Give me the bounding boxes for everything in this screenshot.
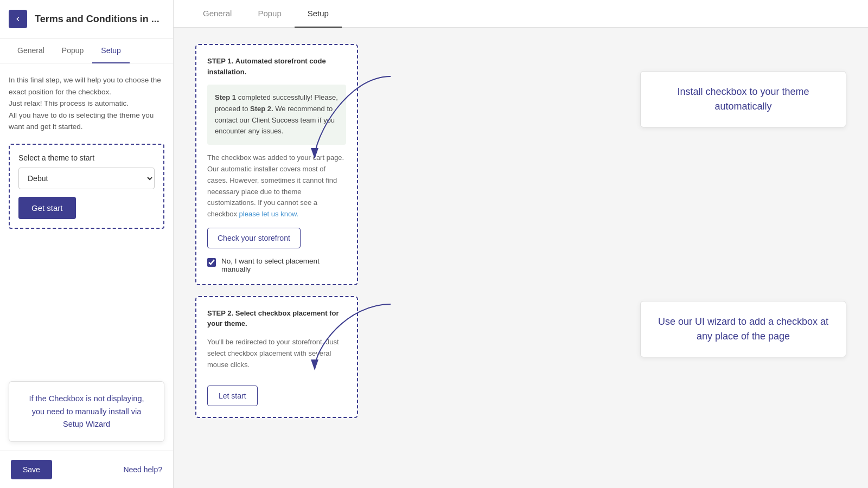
theme-select-box: Select a theme to start Debut Get start [9,144,164,229]
callout-right-1: Install checkbox to your theme automatic… [640,71,846,127]
sidebar-tabs: General Popup Setup [0,38,173,63]
step2-card: STEP 2. Select checkbox placement for yo… [195,296,358,418]
main-tab-general[interactable]: General [190,0,245,28]
callouts-column: Install checkbox to your theme automatic… [391,44,846,472]
step2-heading-prefix: STEP 2. [207,309,233,317]
step1-success-bold1: Step 1 [215,93,236,101]
manual-placement-row: No, I want to select placement manually [207,257,346,273]
please-let-us-know-link[interactable]: please let us know. [239,210,299,218]
callout-right-1-text: Install checkbox to your theme automatic… [657,85,829,114]
step1-body-text: The checkbox was added to your cart page… [207,152,346,220]
main-tabs: General Popup Setup [174,0,868,28]
main-tab-popup[interactable]: Popup [245,0,294,28]
callout-right-2-text: Use our UI wizard to add a checkbox at a… [657,314,829,344]
need-help-link[interactable]: Need help? [123,465,162,474]
let-start-button[interactable]: Let start [207,386,258,406]
step1-success-box: Step 1 completed successfully! Please, p… [207,85,346,145]
step1-heading: STEP 1. Automated storefront code instal… [207,56,346,77]
sidebar-tab-popup[interactable]: Popup [53,38,92,63]
main-content: General Popup Setup STEP 1. Automated st… [174,0,868,488]
sidebar-tab-general[interactable]: General [9,38,53,63]
sidebar-callout-text: If the Checkbox is not displaying, you n… [22,393,151,431]
sidebar-tab-setup[interactable]: Setup [92,38,130,63]
theme-select-label: Select a theme to start [18,153,155,162]
steps-column: STEP 1. Automated storefront code instal… [195,44,358,472]
callout-right-2: Use our UI wizard to add a checkbox at a… [640,301,846,357]
step1-card: STEP 1. Automated storefront code instal… [195,44,358,285]
step2-body-text: You'll be redirected to your storefront.… [207,337,346,370]
sidebar-header: Terms and Conditions in ... [0,0,173,38]
sidebar-footer: Save Need help? [0,451,173,488]
main-body: STEP 1. Automated storefront code instal… [174,28,868,488]
save-button[interactable]: Save [11,460,52,479]
main-tab-setup[interactable]: Setup [295,0,342,28]
sidebar-title: Terms and Conditions in ... [35,14,159,25]
sidebar-description: In this final step, we will help you to … [9,74,164,133]
manual-placement-label: No, I want to select placement manually [221,257,346,273]
step2-heading: STEP 2. Select checkbox placement for yo… [207,308,346,329]
sidebar-callout-box: If the Checkbox is not displaying, you n… [9,381,164,442]
sidebar: Terms and Conditions in ... General Popu… [0,0,174,488]
back-button[interactable] [9,10,27,28]
step1-success-bold2: Step 2. [250,105,273,113]
step1-heading-prefix: STEP 1. [207,57,233,65]
get-start-button[interactable]: Get start [18,197,76,219]
sidebar-content: In this final step, we will help you to … [0,63,173,381]
manual-placement-checkbox[interactable] [207,258,216,267]
theme-select-dropdown[interactable]: Debut [18,168,155,189]
check-storefront-button[interactable]: Check your storefront [207,228,301,248]
